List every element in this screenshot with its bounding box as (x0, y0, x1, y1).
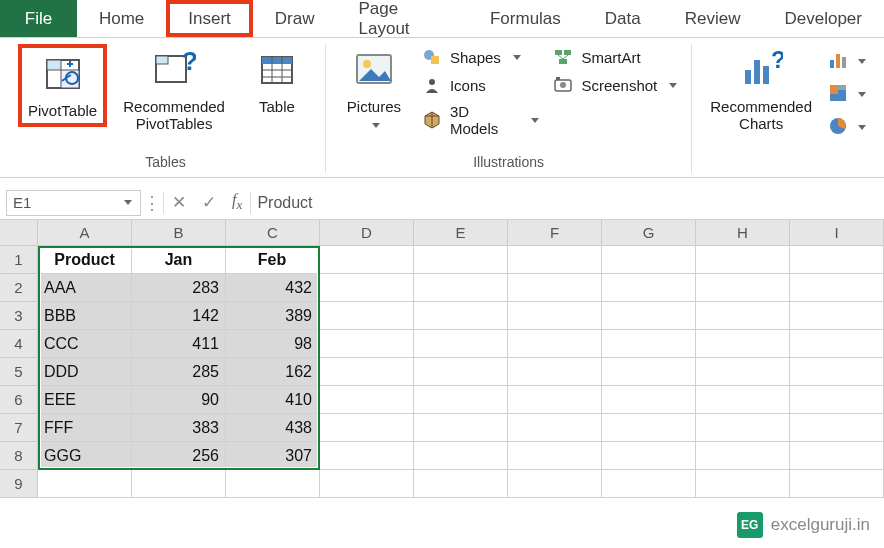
cell-G8[interactable] (602, 442, 696, 470)
cell-G3[interactable] (602, 302, 696, 330)
cell-F6[interactable] (508, 386, 602, 414)
cell-D4[interactable] (320, 330, 414, 358)
column-chart-button[interactable] (828, 50, 866, 73)
tab-data[interactable]: Data (583, 0, 663, 37)
cell-G2[interactable] (602, 274, 696, 302)
col-header-B[interactable]: B (132, 220, 226, 246)
cell-A7[interactable]: FFF (38, 414, 132, 442)
cell-A5[interactable]: DDD (38, 358, 132, 386)
tab-file[interactable]: File (0, 0, 77, 37)
cell-A6[interactable]: EEE (38, 386, 132, 414)
cell-F4[interactable] (508, 330, 602, 358)
select-all-corner[interactable] (0, 220, 38, 246)
row-header-9[interactable]: 9 (0, 470, 38, 498)
col-header-C[interactable]: C (226, 220, 320, 246)
cell-H2[interactable] (696, 274, 790, 302)
formula-input[interactable] (251, 194, 884, 212)
row-header-5[interactable]: 5 (0, 358, 38, 386)
cell-G7[interactable] (602, 414, 696, 442)
cell-F2[interactable] (508, 274, 602, 302)
col-header-I[interactable]: I (790, 220, 884, 246)
cell-H7[interactable] (696, 414, 790, 442)
cell-C6[interactable]: 410 (226, 386, 320, 414)
cell-F3[interactable] (508, 302, 602, 330)
row-header-8[interactable]: 8 (0, 442, 38, 470)
cell-H9[interactable] (696, 470, 790, 498)
screenshot-button[interactable]: Screenshot (551, 74, 679, 96)
cell-C5[interactable]: 162 (226, 358, 320, 386)
name-box-input[interactable] (7, 194, 97, 211)
cell-F1[interactable] (508, 246, 602, 274)
cell-C9[interactable] (226, 470, 320, 498)
cell-I8[interactable] (790, 442, 884, 470)
cell-B5[interactable]: 285 (132, 358, 226, 386)
cell-I7[interactable] (790, 414, 884, 442)
cell-C4[interactable]: 98 (226, 330, 320, 358)
tab-formulas[interactable]: Formulas (468, 0, 583, 37)
fx-icon[interactable]: fx (224, 191, 250, 213)
cell-I3[interactable] (790, 302, 884, 330)
cell-A2[interactable]: AAA (38, 274, 132, 302)
tab-home[interactable]: Home (77, 0, 166, 37)
cell-C1[interactable]: Feb (226, 246, 320, 274)
tab-page-layout[interactable]: Page Layout (337, 0, 468, 37)
col-header-H[interactable]: H (696, 220, 790, 246)
recommended-pivottables-button[interactable]: ? Recommended PivotTables (117, 44, 231, 136)
3d-models-button[interactable]: 3D Models (420, 102, 541, 138)
cell-A1[interactable]: Product (38, 246, 132, 274)
cell-I4[interactable] (790, 330, 884, 358)
tab-review[interactable]: Review (663, 0, 763, 37)
cell-B2[interactable]: 283 (132, 274, 226, 302)
cell-E8[interactable] (414, 442, 508, 470)
cell-G6[interactable] (602, 386, 696, 414)
cell-B8[interactable]: 256 (132, 442, 226, 470)
cell-D9[interactable] (320, 470, 414, 498)
cell-G4[interactable] (602, 330, 696, 358)
cell-H4[interactable] (696, 330, 790, 358)
cell-B9[interactable] (132, 470, 226, 498)
cell-D7[interactable] (320, 414, 414, 442)
smartart-button[interactable]: SmartArt (551, 46, 679, 68)
name-box[interactable] (6, 190, 141, 216)
row-header-6[interactable]: 6 (0, 386, 38, 414)
cell-D6[interactable] (320, 386, 414, 414)
table-button[interactable]: Table (241, 44, 313, 119)
shapes-button[interactable]: Shapes (420, 46, 541, 68)
pictures-button[interactable]: Pictures (338, 44, 410, 136)
tab-draw[interactable]: Draw (253, 0, 337, 37)
cell-E9[interactable] (414, 470, 508, 498)
cell-E1[interactable] (414, 246, 508, 274)
cell-B4[interactable]: 411 (132, 330, 226, 358)
pivottable-button[interactable]: PivotTable (18, 44, 107, 127)
cell-H3[interactable] (696, 302, 790, 330)
cell-I9[interactable] (790, 470, 884, 498)
cell-D5[interactable] (320, 358, 414, 386)
enter-formula-button[interactable]: ✓ (194, 192, 224, 213)
icons-button[interactable]: Icons (420, 74, 541, 96)
cell-C3[interactable]: 389 (226, 302, 320, 330)
cell-F9[interactable] (508, 470, 602, 498)
recommended-charts-button[interactable]: ? Recommended Charts (704, 44, 818, 136)
cell-B1[interactable]: Jan (132, 246, 226, 274)
cell-A8[interactable]: GGG (38, 442, 132, 470)
cell-A3[interactable]: BBB (38, 302, 132, 330)
cell-B7[interactable]: 383 (132, 414, 226, 442)
cell-D3[interactable] (320, 302, 414, 330)
cell-I6[interactable] (790, 386, 884, 414)
cell-F5[interactable] (508, 358, 602, 386)
cancel-formula-button[interactable]: ✕ (164, 192, 194, 213)
cell-H5[interactable] (696, 358, 790, 386)
col-header-F[interactable]: F (508, 220, 602, 246)
tab-developer[interactable]: Developer (763, 0, 885, 37)
cell-G5[interactable] (602, 358, 696, 386)
row-header-3[interactable]: 3 (0, 302, 38, 330)
row-header-7[interactable]: 7 (0, 414, 38, 442)
cell-C2[interactable]: 432 (226, 274, 320, 302)
cell-I5[interactable] (790, 358, 884, 386)
cell-E2[interactable] (414, 274, 508, 302)
cell-B3[interactable]: 142 (132, 302, 226, 330)
cell-D8[interactable] (320, 442, 414, 470)
pie-chart-button[interactable] (828, 116, 866, 139)
cell-G1[interactable] (602, 246, 696, 274)
cell-B6[interactable]: 90 (132, 386, 226, 414)
